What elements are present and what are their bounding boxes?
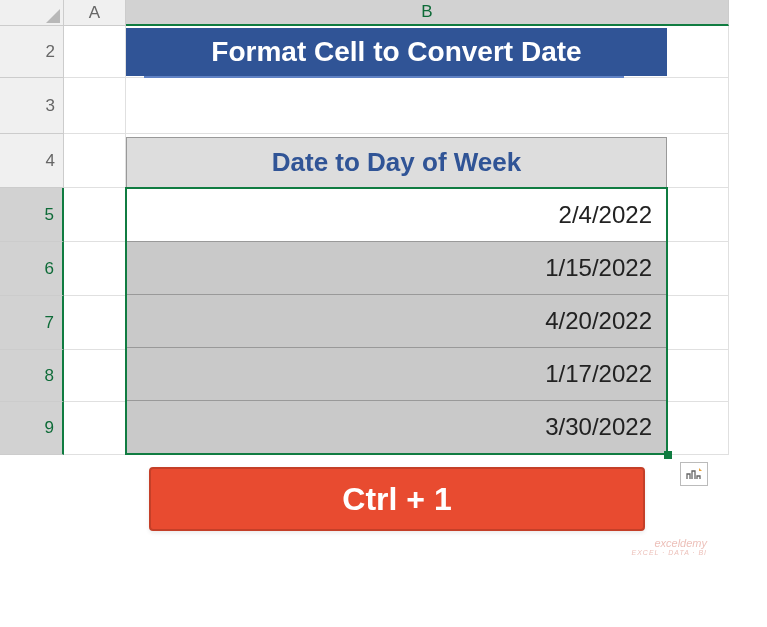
row-header-7[interactable]: 7 xyxy=(0,296,64,350)
cell-a8[interactable] xyxy=(64,350,126,402)
table-row[interactable]: 1/15/2022 xyxy=(127,241,666,294)
cell-a5[interactable] xyxy=(64,188,126,242)
select-all-corner[interactable] xyxy=(0,0,64,26)
quick-analysis-icon[interactable] xyxy=(680,462,708,486)
cell-a6[interactable] xyxy=(64,242,126,296)
row-header-4[interactable]: 4 xyxy=(0,134,64,188)
column-header-b[interactable]: B xyxy=(126,0,729,26)
row-header-2[interactable]: 2 xyxy=(0,26,64,78)
column-header-a[interactable]: A xyxy=(64,0,126,26)
row-header-8[interactable]: 8 xyxy=(0,350,64,402)
cell-a3[interactable] xyxy=(64,78,126,134)
data-table: Date to Day of Week 2/4/2022 1/15/2022 4… xyxy=(126,137,667,454)
watermark-sub: EXCEL · DATA · BI xyxy=(632,549,707,557)
table-header[interactable]: Date to Day of Week xyxy=(127,138,666,188)
row-header-3[interactable]: 3 xyxy=(0,78,64,134)
cell-a2[interactable] xyxy=(64,26,126,78)
cell-a7[interactable] xyxy=(64,296,126,350)
page-title: Format Cell to Convert Date xyxy=(126,28,667,76)
selection-fill-handle[interactable] xyxy=(664,451,672,459)
watermark: exceldemy EXCEL · DATA · BI xyxy=(632,537,707,557)
cell-a9[interactable] xyxy=(64,402,126,455)
cell-a4[interactable] xyxy=(64,134,126,188)
cell-b3[interactable] xyxy=(126,78,729,134)
keyboard-shortcut-badge: Ctrl + 1 xyxy=(149,467,645,531)
watermark-main: exceldemy xyxy=(632,537,707,549)
row-header-9[interactable]: 9 xyxy=(0,402,64,455)
svg-marker-0 xyxy=(46,9,60,23)
row-headers: 2 3 4 5 6 7 8 9 xyxy=(0,26,64,455)
table-row[interactable]: 3/30/2022 xyxy=(127,400,666,453)
table-row[interactable]: 2/4/2022 xyxy=(127,188,666,241)
table-row[interactable]: 4/20/2022 xyxy=(127,294,666,347)
row-header-5[interactable]: 5 xyxy=(0,188,64,242)
table-row[interactable]: 1/17/2022 xyxy=(127,347,666,400)
row-header-6[interactable]: 6 xyxy=(0,242,64,296)
